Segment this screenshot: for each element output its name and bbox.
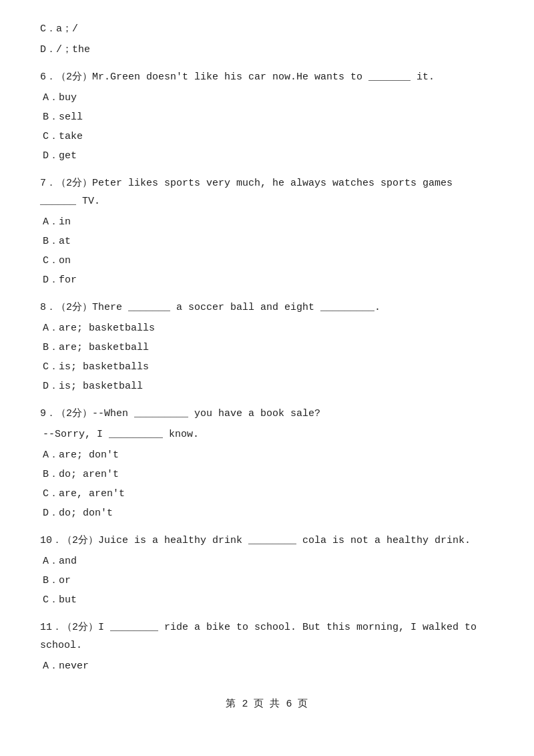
q8-option-a: A．are; basketballs bbox=[43, 319, 494, 337]
q8-option-d: D．is; basketball bbox=[43, 377, 494, 395]
q7-option-a: A．in bbox=[43, 213, 494, 231]
question-8-text: 8．（2分）There _______ a soccer ball and ei… bbox=[40, 302, 380, 313]
q6-option-a: A．buy bbox=[43, 89, 494, 107]
q9-option-d: D．do; don't bbox=[43, 504, 494, 522]
question-11: 11．（2分）I ________ ride a bike to school.… bbox=[40, 618, 494, 654]
option-c-text: C．a；/ bbox=[40, 23, 78, 35]
option-c-line: C．a；/ bbox=[40, 20, 494, 38]
question-9-text: 9．（2分）--When _________ you have a book s… bbox=[40, 408, 320, 419]
q9-option-b: B．do; aren't bbox=[43, 465, 494, 484]
q6-option-b: B．sell bbox=[43, 108, 494, 126]
question-6-text: 6．（2分）Mr.Green doesn't like his car now.… bbox=[40, 71, 435, 83]
q8-option-c: C．is; basketballs bbox=[43, 358, 494, 376]
q6-option-d: D．get bbox=[43, 147, 494, 165]
question-8: 8．（2分）There _______ a soccer ball and ei… bbox=[40, 299, 494, 317]
page-footer: 第 2 页 共 6 页 bbox=[40, 695, 494, 713]
q9-option-c: C．are, aren't bbox=[43, 485, 494, 503]
q10-option-c: C．but bbox=[43, 591, 494, 609]
q7-option-b: B．at bbox=[43, 232, 494, 250]
question-6: 6．（2分）Mr.Green doesn't like his car now.… bbox=[40, 68, 494, 86]
q11-option-a: A．never bbox=[43, 657, 494, 675]
question-10: 10．（2分）Juice is a healthy drink ________… bbox=[40, 532, 494, 550]
q8-option-b: B．are; basketball bbox=[43, 339, 494, 357]
page-footer-text: 第 2 页 共 6 页 bbox=[226, 699, 308, 710]
question-7-text: 7．（2分）Peter likes sports very much, he a… bbox=[40, 178, 453, 207]
q6-option-c: C．take bbox=[43, 128, 494, 146]
q10-option-b: B．or bbox=[43, 572, 494, 590]
question-7: 7．（2分）Peter likes sports very much, he a… bbox=[40, 174, 494, 210]
question-11-text: 11．（2分）I ________ ride a bike to school.… bbox=[40, 622, 477, 651]
option-d-line: D．/；the bbox=[40, 41, 494, 59]
q10-option-a: A．and bbox=[43, 552, 494, 570]
q9-option-a: A．are; don't bbox=[43, 446, 494, 464]
option-d-text: D．/；the bbox=[40, 44, 90, 55]
q7-option-c: C．on bbox=[43, 252, 494, 270]
question-9-subtext: --Sorry, I _________ know. bbox=[43, 425, 494, 443]
question-10-text: 10．（2分）Juice is a healthy drink ________… bbox=[40, 535, 471, 546]
q7-option-d: D．for bbox=[43, 271, 494, 289]
question-9: 9．（2分）--When _________ you have a book s… bbox=[40, 405, 494, 423]
